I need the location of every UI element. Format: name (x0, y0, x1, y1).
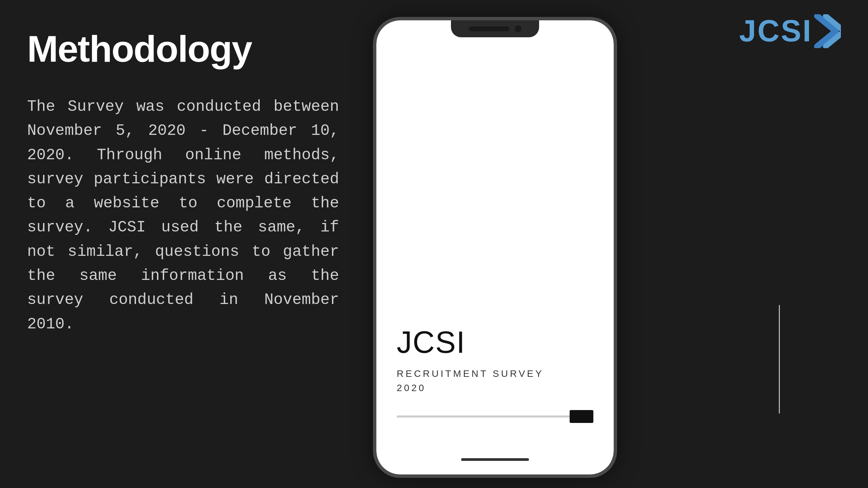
phone-screen: JCSI RECRUITMENT SURVEY 2020 (376, 20, 614, 474)
chevron-right-icon (814, 14, 841, 48)
phone-mockup: JCSI RECRUITMENT SURVEY 2020 (373, 17, 617, 478)
phone-camera (515, 25, 521, 32)
phone-home-indicator (461, 458, 529, 461)
vertical-divider (779, 305, 780, 413)
phone-progress-fill (570, 410, 593, 423)
slide-container: Methodology The Survey was conducted bet… (0, 0, 868, 488)
body-text: The Survey was conducted between Novembe… (27, 95, 339, 337)
phone-survey-label: RECRUITMENT SURVEY 2020 (397, 367, 593, 395)
phone-notch (451, 20, 539, 37)
logo-text: JCSI (739, 14, 812, 48)
phone-screen-content: JCSI RECRUITMENT SURVEY 2020 (376, 41, 614, 458)
phone-progress-bar (397, 415, 593, 418)
phone-speaker (469, 26, 509, 31)
page-title: Methodology (27, 27, 252, 70)
phone-outer: JCSI RECRUITMENT SURVEY 2020 (373, 17, 617, 478)
logo-container: JCSI (739, 14, 841, 48)
phone-app-title: JCSI (397, 325, 593, 360)
